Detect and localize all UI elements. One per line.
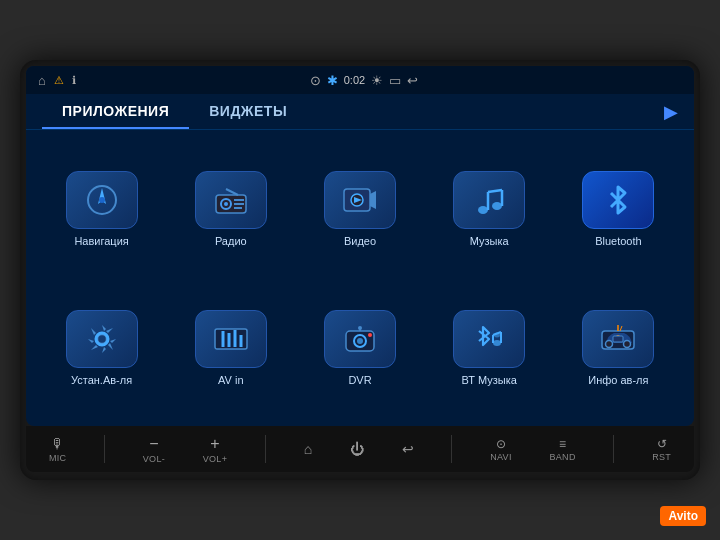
btn-band-label: BAND <box>549 452 575 462</box>
btn-band[interactable]: ≡ BAND <box>549 437 575 462</box>
app-radio[interactable]: Радио <box>171 144 290 273</box>
svg-rect-43 <box>613 336 623 342</box>
divider-2 <box>265 435 266 463</box>
back-status-icon: ↩ <box>407 73 418 88</box>
app-label-navigation: Навигация <box>74 235 128 247</box>
location-icon: ⊙ <box>310 73 321 88</box>
app-music[interactable]: Музыка <box>430 144 549 273</box>
tabs-bar: ПРИЛОЖЕНИЯ ВИДЖЕТЫ ▶ <box>26 94 694 130</box>
navi-icon: ⊙ <box>496 437 506 451</box>
app-icon-radio <box>195 171 267 229</box>
brightness-icon: ☀ <box>371 73 383 88</box>
btn-navi-label: NAVI <box>490 452 512 462</box>
btn-vol-plus-label: VOL+ <box>203 454 227 464</box>
app-label-music: Музыка <box>470 235 509 247</box>
btn-rst[interactable]: ↺ RST <box>652 437 671 462</box>
app-label-dvr: DVR <box>348 374 371 386</box>
tabs-left: ПРИЛОЖЕНИЯ ВИДЖЕТЫ <box>42 95 307 129</box>
app-bt-music[interactable]: ВТ Музыка <box>430 283 549 412</box>
svg-line-18 <box>488 190 502 192</box>
svg-point-2 <box>99 197 105 203</box>
play-button[interactable]: ▶ <box>664 101 678 123</box>
avito-badge: Avito <box>660 506 706 526</box>
divider-3 <box>451 435 452 463</box>
svg-point-14 <box>478 206 488 214</box>
btn-vol-minus[interactable]: − VOL- <box>143 435 165 464</box>
app-dvr[interactable]: DVR <box>300 283 419 412</box>
tab-widgets[interactable]: ВИДЖЕТЫ <box>189 95 307 129</box>
svg-point-39 <box>624 340 631 347</box>
screen: ⌂ ⚠ ℹ ⊙ ✱ 0:02 ☀ ▭ ↩ ПРИЛОЖЕНИЯ ВИДЖЕТЫ … <box>26 66 694 426</box>
time-display: 0:02 <box>344 74 365 86</box>
app-settings[interactable]: Устан.Ав-ля <box>42 283 161 412</box>
app-icon-bluetooth <box>582 171 654 229</box>
svg-point-15 <box>492 202 502 210</box>
btn-vol-minus-label: VOL- <box>143 454 165 464</box>
warning-icon: ⚠ <box>54 74 64 87</box>
app-label-settings: Устан.Ав-ля <box>71 374 132 386</box>
app-avin[interactable]: AV in <box>171 283 290 412</box>
btn-back[interactable]: ↩ <box>402 441 414 457</box>
device-outer: ⌂ ⚠ ℹ ⊙ ✱ 0:02 ☀ ▭ ↩ ПРИЛОЖЕНИЯ ВИДЖЕТЫ … <box>20 60 700 480</box>
svg-point-28 <box>357 338 363 344</box>
btn-home[interactable]: ⌂ <box>304 441 312 457</box>
app-icon-avin <box>195 310 267 368</box>
mic-icon: 🎙 <box>51 436 65 452</box>
btn-power[interactable]: ⏻ <box>350 441 364 457</box>
svg-line-9 <box>226 189 238 195</box>
vol-plus-icon: + <box>210 435 219 453</box>
app-icon-car-info <box>582 310 654 368</box>
app-video[interactable]: Видео <box>300 144 419 273</box>
app-icon-music <box>453 171 525 229</box>
info-icon: ℹ <box>72 74 76 87</box>
btn-mic[interactable]: 🎙 MIC <box>49 436 66 463</box>
bluetooth-status-icon: ✱ <box>327 73 338 88</box>
app-navigation[interactable]: Навигация <box>42 144 161 273</box>
app-icon-navigation <box>66 171 138 229</box>
apps-grid: Навигация Радио <box>26 130 694 426</box>
app-car-info[interactable]: Инфо ав-ля <box>559 283 678 412</box>
btn-navi[interactable]: ⊙ NAVI <box>490 437 512 462</box>
tab-apps[interactable]: ПРИЛОЖЕНИЯ <box>42 95 189 129</box>
app-icon-bt-music <box>453 310 525 368</box>
app-label-video: Видео <box>344 235 376 247</box>
btn-rst-label: RST <box>652 452 671 462</box>
power-icon: ⏻ <box>350 441 364 457</box>
rst-icon: ↺ <box>657 437 667 451</box>
vol-minus-icon: − <box>149 435 158 453</box>
window-icon: ▭ <box>389 73 401 88</box>
bottom-bar: 🎙 MIC − VOL- + VOL+ ⌂ ⏻ ↩ ⊙ NAVI ≡ BAND <box>26 426 694 472</box>
app-label-radio: Радио <box>215 235 247 247</box>
status-center: ⊙ ✱ 0:02 ☀ ▭ ↩ <box>310 73 418 88</box>
home-btn-icon: ⌂ <box>304 441 312 457</box>
btn-vol-plus[interactable]: + VOL+ <box>203 435 227 464</box>
app-icon-dvr <box>324 310 396 368</box>
app-icon-video <box>324 171 396 229</box>
back-btn-icon: ↩ <box>402 441 414 457</box>
svg-marker-11 <box>370 191 376 209</box>
app-label-bluetooth: Bluetooth <box>595 235 641 247</box>
svg-point-38 <box>606 340 613 347</box>
svg-point-5 <box>224 202 228 206</box>
app-label-bt-music: ВТ Музыка <box>462 374 517 386</box>
app-label-car-info: Инфо ав-ля <box>588 374 648 386</box>
app-bluetooth[interactable]: Bluetooth <box>559 144 678 273</box>
divider-1 <box>104 435 105 463</box>
home-icon[interactable]: ⌂ <box>38 73 46 88</box>
app-icon-settings <box>66 310 138 368</box>
divider-4 <box>613 435 614 463</box>
svg-point-29 <box>368 333 372 337</box>
band-icon: ≡ <box>559 437 566 451</box>
btn-mic-label: MIC <box>49 453 66 463</box>
status-icons-left: ⌂ ⚠ ℹ <box>38 73 76 88</box>
status-bar: ⌂ ⚠ ℹ ⊙ ✱ 0:02 ☀ ▭ ↩ <box>26 66 694 94</box>
svg-point-32 <box>493 340 501 346</box>
app-label-avin: AV in <box>218 374 243 386</box>
